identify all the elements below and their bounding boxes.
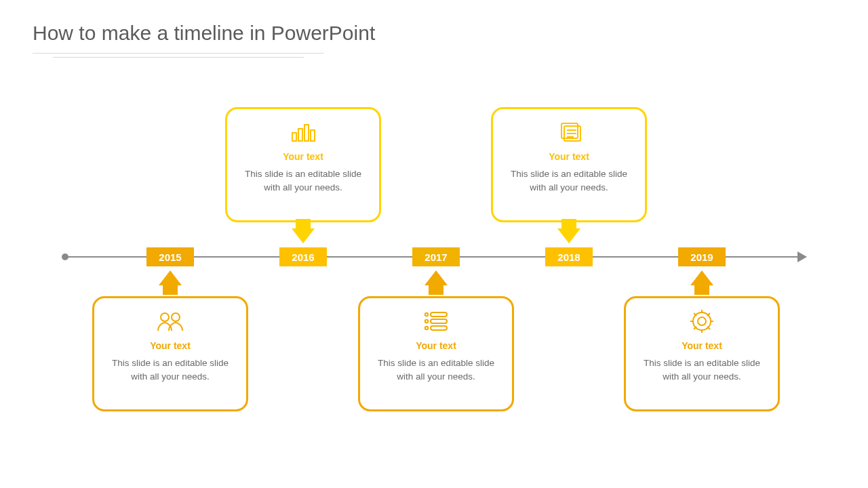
callout-2015: Your text This slide is an editable slid… [92, 296, 248, 411]
callout-2017: Your text This slide is an editable slid… [358, 296, 514, 411]
callout-heading: Your text [549, 151, 589, 162]
title-underline [33, 53, 324, 54]
gear-icon [690, 308, 714, 335]
arrow-stem-2019 [694, 285, 709, 295]
year-marker-2018: 2018 [545, 247, 593, 266]
svg-rect-2 [304, 125, 309, 141]
svg-point-9 [161, 313, 169, 321]
callout-heading: Your text [283, 151, 323, 162]
svg-rect-3 [311, 130, 315, 141]
svg-line-23 [694, 313, 696, 316]
svg-line-26 [707, 313, 710, 316]
callout-heading: Your text [150, 340, 191, 351]
document-icon [556, 119, 582, 146]
arrow-stem-2018 [561, 219, 576, 228]
title-underline-inner [53, 57, 304, 58]
arrow-stem-2016 [296, 219, 311, 228]
svg-line-25 [694, 327, 696, 329]
timeline-end-arrow [797, 251, 807, 262]
slide-title: How to make a timeline in PowerPoint [33, 22, 375, 45]
callout-heading: Your text [682, 340, 722, 351]
svg-rect-0 [292, 133, 296, 141]
arrow-stem-2017 [429, 285, 443, 295]
arrow-down-icon [292, 228, 315, 243]
callout-body: This slide is an editable slide with all… [239, 167, 367, 194]
arrow-up-icon [690, 270, 713, 285]
people-icon [155, 308, 185, 335]
svg-rect-14 [431, 312, 447, 317]
callout-body: This slide is an editable slide with all… [638, 357, 766, 383]
svg-rect-15 [431, 319, 447, 323]
year-marker-2019: 2019 [678, 247, 726, 266]
callout-heading: Your text [416, 340, 456, 351]
svg-point-17 [698, 317, 706, 325]
year-marker-2015: 2015 [146, 247, 194, 266]
list-icon [422, 308, 450, 335]
callout-2019: Your text This slide is an editable slid… [624, 296, 780, 411]
svg-point-13 [425, 327, 428, 329]
year-marker-2017: 2017 [412, 247, 460, 266]
svg-line-24 [707, 327, 710, 329]
bar-chart-icon [290, 119, 316, 146]
svg-point-12 [425, 320, 428, 323]
arrow-up-icon [425, 270, 448, 285]
callout-2016: Your text This slide is an editable slid… [225, 107, 381, 222]
slide: How to make a timeline in PowerPoint 201… [0, 0, 868, 488]
callout-body: This slide is an editable slide with all… [505, 167, 633, 194]
svg-rect-16 [431, 326, 447, 330]
svg-rect-1 [298, 129, 302, 141]
callout-2018: Your text This slide is an editable slid… [491, 107, 647, 222]
callout-body: This slide is an editable slide with all… [106, 357, 234, 383]
svg-point-11 [425, 313, 428, 316]
arrow-down-icon [557, 228, 580, 243]
timeline-start-dot [62, 253, 68, 260]
callout-body: This slide is an editable slide with all… [372, 357, 500, 383]
arrow-up-icon [159, 270, 182, 285]
arrow-stem-2015 [163, 285, 178, 295]
svg-point-10 [172, 313, 180, 321]
year-marker-2016: 2016 [279, 247, 327, 266]
